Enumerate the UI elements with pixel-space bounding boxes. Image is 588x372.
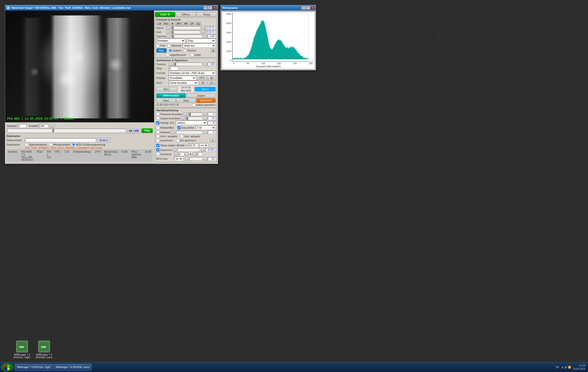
play-button[interactable]: Play: [142, 128, 153, 133]
bpx-korr-left[interactable]: ◄: [185, 157, 188, 161]
entzerren-left[interactable]: ◄: [173, 148, 176, 152]
bpx-korr-right[interactable]: ►: [204, 157, 207, 161]
keystone-left1[interactable]: ◄: [174, 152, 178, 156]
skip-input[interactable]: [169, 66, 179, 70]
horz-checkbox[interactable]: Horz. spiegeln: [156, 135, 177, 138]
polynom-checkbox[interactable]: Polynom-Korrektur: [156, 112, 183, 116]
zv-button[interactable]: ZV: [208, 81, 216, 85]
hist-maximize-button[interactable]: □: [306, 6, 310, 10]
logarithmisch-radio[interactable]: logarithmisch: [166, 53, 186, 56]
differenzbild-button[interactable]: Differenzbild: [156, 93, 186, 98]
ref2-button[interactable]: Ref 2: [195, 87, 216, 91]
endbild-input[interactable]: [39, 124, 48, 128]
start-button[interactable]: Start: [156, 98, 176, 103]
gauss-slider[interactable]: [185, 117, 202, 120]
bpx-button[interactable]: BPX: [176, 22, 183, 25]
frames-right[interactable]: ►: [204, 62, 207, 66]
keystone-input1[interactable]: [178, 152, 184, 156]
skala-unit-dropdown[interactable]: cm: [199, 143, 208, 148]
frames-slider[interactable]: [173, 62, 202, 66]
gf-button[interactable]: GF: [189, 22, 195, 25]
settings-button[interactable]: ⚙: [211, 49, 216, 52]
ref1-button[interactable]: Ref 1: [156, 87, 177, 91]
keystone-right1[interactable]: ►: [185, 152, 188, 156]
hist-minimize-button[interactable]: —: [302, 6, 306, 10]
warm-left-arrow[interactable]: ◄: [166, 26, 170, 30]
eb-speichern-checkbox[interactable]: EB speichern: [176, 139, 196, 142]
frames-left[interactable]: ◄: [169, 62, 172, 66]
gitter-checkbox[interactable]: Gitter: [191, 53, 201, 56]
keystone-checkbox[interactable]: Keystone: [156, 153, 173, 156]
roi-button[interactable]: ROI: [163, 22, 169, 25]
polynom-right[interactable]: ►: [204, 112, 207, 116]
gamma-slider[interactable]: [171, 35, 202, 38]
start-button[interactable]: [1, 363, 13, 371]
frame-scrubber[interactable]: [7, 129, 126, 133]
radio-messprotokoll[interactable]: Messprotokoll: [49, 143, 70, 146]
bpx-korr-dropdown[interactable]: 3x3: [174, 157, 183, 161]
frame-nav-button[interactable]: ↔: [50, 124, 55, 128]
display-dropdown[interactable]: Einzelbilder: [169, 76, 196, 80]
entzerren-checkbox[interactable]: Entzerren: [156, 148, 172, 151]
live-button[interactable]: Live ⊙: [155, 12, 175, 17]
gauss-right[interactable]: ►: [204, 117, 207, 120]
rotieren-checkbox[interactable]: Rotieren: [156, 131, 171, 134]
eq-button[interactable]: EQ: [196, 22, 201, 25]
rotieren-left[interactable]: ◄: [171, 131, 175, 134]
gauss-left[interactable]: ◄: [181, 117, 184, 120]
manuell-checkbox[interactable]: Manuell: [168, 44, 181, 47]
image-area[interactable]: FhG WKI | 21.05.2019 14:57:25 | 8606ms: [5, 11, 154, 122]
kalt-left-arrow[interactable]: ◄: [166, 30, 170, 34]
zeigen-button[interactable]: Zeigen: [186, 93, 216, 98]
fein-checkbox[interactable]: Fein: [156, 44, 165, 47]
threed-button[interactable]: 3D: [208, 76, 216, 80]
keystone-left2[interactable]: ◄: [193, 152, 196, 156]
skala-dropdown[interactable]: Skala aus: [183, 43, 216, 48]
radio-wzg[interactable]: WZG Größenanpassung: [72, 143, 105, 146]
kalt-slider[interactable]: [171, 30, 200, 34]
skala-breite-input[interactable]: [188, 143, 198, 147]
gamma-left-arrow[interactable]: ◄: [167, 35, 170, 38]
histogr-dropdown[interactable]: uniform: [176, 121, 207, 125]
rotieren-slider[interactable]: [176, 131, 202, 134]
rohdaten-dropdown[interactable]: Rohdaten: [156, 38, 185, 43]
radio-speicherdatum[interactable]: Speicherdatum: [25, 143, 47, 146]
ppt-button[interactable]: PPT: [197, 76, 207, 80]
entzerren-slider[interactable]: [177, 148, 200, 152]
offnen-button[interactable]: Öffnen: [176, 12, 196, 17]
polynom-left[interactable]: ◄: [184, 112, 187, 116]
loi-button[interactable]: LOI: [156, 22, 162, 25]
polynom-slider[interactable]: [188, 112, 202, 116]
maximize-button[interactable]: □: [208, 6, 212, 10]
skala-zeigen-checkbox[interactable]: Skala zeigen (Breite =: [156, 144, 187, 147]
andern-button[interactable]: Ändern: [97, 138, 110, 142]
hist-button[interactable]: Hist.: [156, 48, 167, 53]
nuc-dropdown[interactable]: Keine Korrektur: [169, 81, 198, 85]
gauss-checkbox[interactable]: Gauss-Korrektur: [156, 117, 180, 120]
gamma-right-arrow[interactable]: ►: [204, 35, 207, 38]
invertieren-checkbox[interactable]: Invertieren: [156, 139, 173, 142]
entzerren-right[interactable]: ►: [201, 148, 205, 152]
bpx-korr-slider[interactable]: [189, 157, 202, 161]
stop-button[interactable]: Stop: [176, 98, 196, 103]
gray-dropdown[interactable]: Gray: [187, 38, 216, 43]
format-dropdown[interactable]: Rohdaten (16-bit) + PNG (8-bit): [169, 71, 216, 75]
speichern-button[interactable]: Speichern: [196, 98, 216, 103]
vert-checkbox[interactable]: Vert. spiegeln: [180, 135, 200, 138]
datenordner-input[interactable]: C:\Daten\WMImager\Test_ThoR_20190521\: [25, 138, 96, 142]
close-button[interactable]: ✕: [212, 6, 216, 10]
gaussfilter-dropdown[interactable]: 0.50: [196, 125, 216, 130]
desktop-icon-2[interactable]: WM WMImager 7.4(R2016b, Icam): [34, 341, 54, 359]
minimize-button[interactable]: —: [204, 6, 208, 10]
keystone-input2[interactable]: [197, 152, 203, 156]
warm-right-arrow[interactable]: ►: [201, 26, 205, 30]
hash-button[interactable]: #: [210, 138, 216, 143]
taskbar-btn-1[interactable]: WMImager 7.4 (R2015a, GigE): [15, 364, 53, 371]
hist-close-button[interactable]: ✕: [310, 6, 314, 10]
m-button[interactable]: M: [170, 22, 175, 25]
rotieren-right[interactable]: ►: [204, 131, 207, 134]
mf-button[interactable]: MF: [183, 22, 189, 25]
startbild-input[interactable]: [18, 124, 27, 128]
bf-button[interactable]: BF: [199, 81, 207, 85]
gaussfilter-checkbox[interactable]: Gaussfilter: [177, 126, 194, 129]
